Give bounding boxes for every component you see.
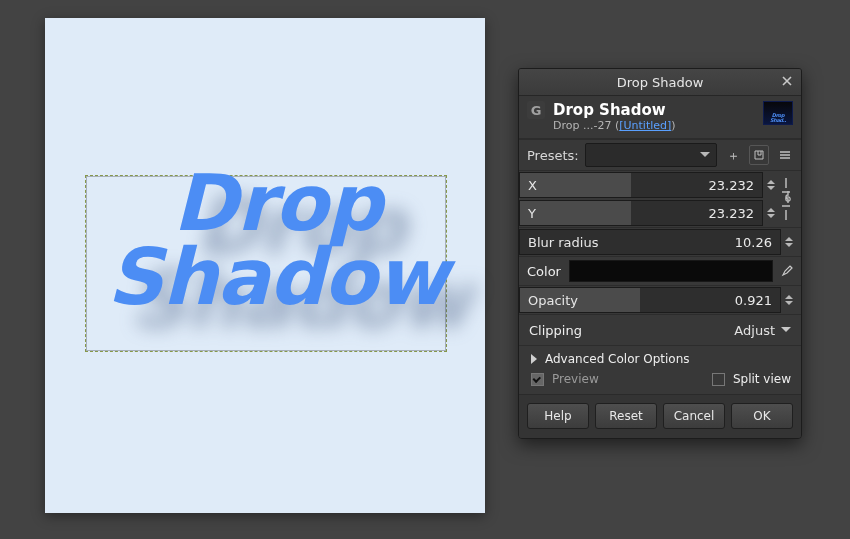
color-row: Color: [519, 256, 801, 285]
advanced-options-row[interactable]: Advanced Color Options: [519, 345, 801, 370]
presets-row: Presets: ＋: [519, 139, 801, 170]
opacity-stepper[interactable]: [783, 288, 795, 312]
chain-link-icon[interactable]: [779, 189, 797, 209]
reset-button[interactable]: Reset: [595, 403, 657, 429]
help-button[interactable]: Help: [527, 403, 589, 429]
arrow-down-icon[interactable]: [767, 186, 775, 194]
opacity-label: Opacity: [528, 293, 578, 308]
window-title: Drop Shadow: [617, 75, 704, 90]
arrow-up-icon[interactable]: [767, 176, 775, 184]
arrow-down-icon[interactable]: [767, 214, 775, 222]
x-value: 23.232: [709, 178, 755, 193]
presets-dropdown[interactable]: [585, 143, 717, 167]
x-stepper[interactable]: [765, 173, 777, 197]
preview-thumbnail: DropShad..: [763, 101, 793, 125]
y-value: 23.232: [709, 206, 755, 221]
splitview-label: Split view: [733, 372, 791, 386]
blur-value: 10.26: [735, 235, 772, 250]
gegl-icon: G: [527, 101, 545, 119]
arrow-down-icon[interactable]: [785, 301, 793, 309]
ok-button[interactable]: OK: [731, 403, 793, 429]
y-row: Y 23.232: [519, 199, 801, 227]
chevron-down-icon[interactable]: [781, 327, 791, 337]
advanced-label: Advanced Color Options: [545, 352, 690, 366]
dialog-buttons: Help Reset Cancel OK: [519, 394, 801, 438]
manage-presets-icon[interactable]: [775, 145, 795, 165]
dialog-title: Drop Shadow: [553, 101, 755, 119]
presets-label: Presets:: [527, 148, 579, 163]
dialog-subtitle: Drop ...-27 ([Untitled]): [553, 119, 755, 132]
blur-stepper[interactable]: [783, 230, 795, 254]
x-slider[interactable]: X 23.232: [519, 172, 763, 198]
y-label: Y: [528, 206, 536, 221]
blur-label: Blur radius: [528, 235, 598, 250]
opacity-row: Opacity 0.921: [519, 285, 801, 314]
color-label: Color: [527, 264, 561, 279]
titlebar[interactable]: Drop Shadow: [519, 69, 801, 96]
y-slider[interactable]: Y 23.232: [519, 200, 763, 226]
clipping-label: Clipping: [529, 323, 582, 338]
dialog-header: G Drop Shadow Drop ...-27 ([Untitled]) D…: [519, 96, 801, 139]
drawable-link[interactable]: [Untitled]: [619, 119, 671, 132]
clipping-value: Adjust: [734, 323, 775, 338]
y-stepper[interactable]: [765, 201, 777, 225]
arrow-up-icon[interactable]: [785, 233, 793, 241]
arrow-up-icon[interactable]: [785, 291, 793, 299]
blur-row: Blur radius 10.26: [519, 227, 801, 256]
preview-label: Preview: [552, 372, 599, 386]
disclosure-right-icon[interactable]: [531, 354, 537, 364]
blur-slider[interactable]: Blur radius 10.26: [519, 229, 781, 255]
arrow-down-icon[interactable]: [785, 243, 793, 251]
splitview-checkbox[interactable]: [712, 373, 725, 386]
canvas: Drop Shadow Drop Shadow: [45, 18, 485, 513]
opacity-value: 0.921: [735, 293, 772, 308]
eyedropper-icon[interactable]: [777, 261, 797, 281]
cancel-button[interactable]: Cancel: [663, 403, 725, 429]
canvas-text-line2: Shadow: [107, 232, 447, 322]
color-swatch[interactable]: [569, 260, 773, 282]
preview-row: Preview Split view: [519, 370, 801, 394]
add-preset-icon[interactable]: ＋: [723, 145, 743, 165]
x-row: X 23.232: [519, 170, 801, 199]
close-icon[interactable]: [779, 73, 795, 89]
x-label: X: [528, 178, 537, 193]
preview-checkbox[interactable]: [531, 373, 544, 386]
opacity-slider[interactable]: Opacity 0.921: [519, 287, 781, 313]
arrow-up-icon[interactable]: [767, 204, 775, 212]
save-preset-icon[interactable]: [749, 145, 769, 165]
drop-shadow-dialog: Drop Shadow G Drop Shadow Drop ...-27 ([…: [518, 68, 802, 439]
clipping-row[interactable]: Clipping Adjust: [519, 314, 801, 345]
